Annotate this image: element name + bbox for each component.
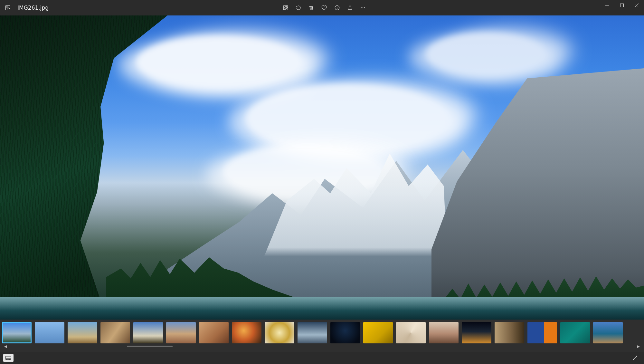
- share-button[interactable]: [344, 0, 356, 15]
- rotate-button[interactable]: [292, 0, 305, 15]
- more-button[interactable]: [356, 0, 369, 15]
- filmstrip: ◀ ▶: [0, 320, 644, 352]
- file-title: IMG261.jpg: [15, 0, 49, 15]
- thumbnail-night-sky[interactable]: [330, 322, 360, 343]
- thumbnail-dark-clouds[interactable]: [298, 322, 327, 343]
- info-button[interactable]: [331, 0, 344, 15]
- filmstrip-toggle-button[interactable]: [3, 354, 14, 362]
- thumbnail-canyon-arch[interactable]: [199, 322, 229, 343]
- main-image: [0, 15, 644, 320]
- thumbnail-ferris-wheel[interactable]: [35, 322, 64, 343]
- minimize-button[interactable]: [600, 0, 614, 10]
- favorite-button[interactable]: [318, 0, 331, 15]
- title-bar: IMG261.jpg: [0, 0, 644, 15]
- filmstrip-scroll-left[interactable]: ◀: [3, 343, 8, 349]
- thumbnail-pigs-field[interactable]: [429, 322, 459, 343]
- thumbnail-sunset-city[interactable]: [462, 322, 491, 343]
- thumbnail-yellow-wall[interactable]: [363, 322, 393, 343]
- thumbnail-red-rocks[interactable]: [166, 322, 196, 343]
- maximize-button[interactable]: [614, 0, 629, 10]
- svg-point-1: [6, 6, 7, 7]
- close-button[interactable]: [629, 0, 644, 10]
- toolbar: [279, 0, 369, 15]
- delete-button[interactable]: [305, 0, 318, 15]
- filmstrip-scrollbar-thumb[interactable]: [127, 346, 173, 347]
- thumbnail-sea-cliffs[interactable]: [593, 322, 623, 343]
- edit-button[interactable]: [279, 0, 292, 15]
- status-bar: [0, 352, 644, 364]
- thumbnail-coastal-beach[interactable]: [68, 322, 97, 343]
- image-viewport[interactable]: [0, 15, 644, 320]
- app-icon: [0, 0, 15, 15]
- thumbnail-surfer-green[interactable]: [560, 322, 590, 343]
- thumbnail-desert-sky[interactable]: [133, 322, 163, 343]
- thumbnail-street-person[interactable]: [100, 322, 130, 343]
- thumbnail-pasta-plate[interactable]: [265, 322, 294, 343]
- filmstrip-scroll-right[interactable]: ▶: [636, 343, 641, 349]
- thumbnail-arcade-hall[interactable]: [495, 322, 524, 343]
- thumbnail-swirl-cream[interactable]: [396, 322, 426, 343]
- svg-point-4: [361, 7, 361, 8]
- thumbnail-lake-mountains[interactable]: [2, 322, 32, 343]
- thumbnail-strip[interactable]: [2, 322, 642, 343]
- thumbnail-blue-orange[interactable]: [527, 322, 557, 343]
- window-controls: [600, 0, 644, 15]
- filmstrip-scrollbar-track[interactable]: [10, 346, 634, 347]
- svg-rect-8: [6, 356, 11, 360]
- svg-point-5: [362, 7, 363, 8]
- thumbnail-food-bowls[interactable]: [232, 322, 261, 343]
- fullscreen-button[interactable]: [630, 353, 639, 362]
- svg-rect-7: [620, 4, 623, 7]
- svg-rect-0: [5, 5, 10, 10]
- svg-point-6: [364, 7, 365, 8]
